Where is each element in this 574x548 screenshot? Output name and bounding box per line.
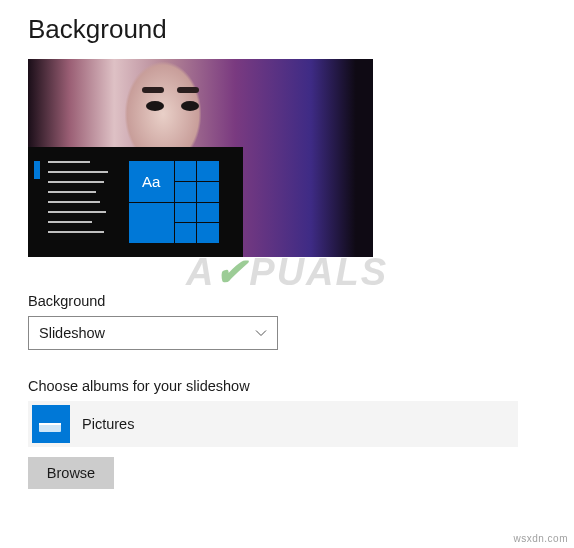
chevron-down-icon bbox=[255, 327, 267, 339]
background-label: Background bbox=[28, 293, 568, 309]
accent-tile: Aa bbox=[129, 161, 174, 202]
desktop-preview: Aa bbox=[28, 59, 373, 257]
album-name: Pictures bbox=[82, 416, 134, 432]
start-list-preview bbox=[34, 161, 118, 241]
dropdown-value: Slideshow bbox=[39, 325, 105, 341]
album-label: Choose albums for your slideshow bbox=[28, 378, 568, 394]
browse-button[interactable]: Browse bbox=[28, 457, 114, 489]
page-title: Background bbox=[28, 14, 568, 45]
source-watermark: wsxdn.com bbox=[513, 533, 568, 544]
folder-icon bbox=[32, 405, 70, 443]
album-row[interactable]: Pictures bbox=[28, 401, 518, 447]
background-dropdown[interactable]: Slideshow bbox=[28, 316, 278, 350]
tile-grid-preview: Aa bbox=[129, 161, 219, 243]
start-menu-preview: Aa bbox=[28, 147, 243, 257]
